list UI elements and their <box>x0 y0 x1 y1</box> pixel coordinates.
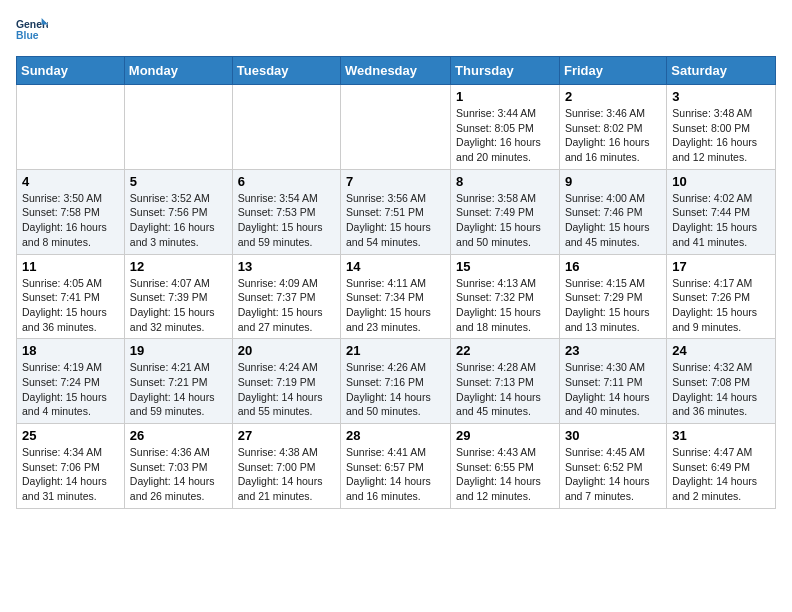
day-number: 9 <box>565 174 661 189</box>
calendar-cell: 13Sunrise: 4:09 AM Sunset: 7:37 PM Dayli… <box>232 254 340 339</box>
calendar-cell: 3Sunrise: 3:48 AM Sunset: 8:00 PM Daylig… <box>667 85 776 170</box>
day-info: Sunrise: 3:56 AM Sunset: 7:51 PM Dayligh… <box>346 191 445 250</box>
svg-text:Blue: Blue <box>16 30 39 41</box>
day-number: 5 <box>130 174 227 189</box>
day-info: Sunrise: 3:44 AM Sunset: 8:05 PM Dayligh… <box>456 106 554 165</box>
day-number: 4 <box>22 174 119 189</box>
day-number: 29 <box>456 428 554 443</box>
calendar-cell: 15Sunrise: 4:13 AM Sunset: 7:32 PM Dayli… <box>451 254 560 339</box>
calendar-cell: 16Sunrise: 4:15 AM Sunset: 7:29 PM Dayli… <box>559 254 666 339</box>
day-info: Sunrise: 4:24 AM Sunset: 7:19 PM Dayligh… <box>238 360 335 419</box>
calendar-cell: 19Sunrise: 4:21 AM Sunset: 7:21 PM Dayli… <box>124 339 232 424</box>
col-header-saturday: Saturday <box>667 57 776 85</box>
day-info: Sunrise: 3:48 AM Sunset: 8:00 PM Dayligh… <box>672 106 770 165</box>
day-number: 13 <box>238 259 335 274</box>
calendar-cell: 20Sunrise: 4:24 AM Sunset: 7:19 PM Dayli… <box>232 339 340 424</box>
day-number: 10 <box>672 174 770 189</box>
calendar-cell: 1Sunrise: 3:44 AM Sunset: 8:05 PM Daylig… <box>451 85 560 170</box>
day-info: Sunrise: 4:05 AM Sunset: 7:41 PM Dayligh… <box>22 276 119 335</box>
calendar-table: SundayMondayTuesdayWednesdayThursdayFrid… <box>16 56 776 509</box>
calendar-cell: 22Sunrise: 4:28 AM Sunset: 7:13 PM Dayli… <box>451 339 560 424</box>
day-info: Sunrise: 3:58 AM Sunset: 7:49 PM Dayligh… <box>456 191 554 250</box>
calendar-cell: 4Sunrise: 3:50 AM Sunset: 7:58 PM Daylig… <box>17 169 125 254</box>
day-info: Sunrise: 4:36 AM Sunset: 7:03 PM Dayligh… <box>130 445 227 504</box>
day-number: 3 <box>672 89 770 104</box>
calendar-cell <box>232 85 340 170</box>
day-number: 31 <box>672 428 770 443</box>
day-info: Sunrise: 4:19 AM Sunset: 7:24 PM Dayligh… <box>22 360 119 419</box>
day-info: Sunrise: 4:43 AM Sunset: 6:55 PM Dayligh… <box>456 445 554 504</box>
calendar-cell: 2Sunrise: 3:46 AM Sunset: 8:02 PM Daylig… <box>559 85 666 170</box>
calendar-cell: 17Sunrise: 4:17 AM Sunset: 7:26 PM Dayli… <box>667 254 776 339</box>
calendar-cell: 27Sunrise: 4:38 AM Sunset: 7:00 PM Dayli… <box>232 424 340 509</box>
day-info: Sunrise: 4:11 AM Sunset: 7:34 PM Dayligh… <box>346 276 445 335</box>
day-number: 26 <box>130 428 227 443</box>
calendar-cell <box>17 85 125 170</box>
calendar-cell: 14Sunrise: 4:11 AM Sunset: 7:34 PM Dayli… <box>341 254 451 339</box>
day-number: 22 <box>456 343 554 358</box>
day-info: Sunrise: 4:26 AM Sunset: 7:16 PM Dayligh… <box>346 360 445 419</box>
header: General Blue <box>16 16 776 44</box>
day-info: Sunrise: 4:30 AM Sunset: 7:11 PM Dayligh… <box>565 360 661 419</box>
day-number: 20 <box>238 343 335 358</box>
day-number: 8 <box>456 174 554 189</box>
day-info: Sunrise: 4:38 AM Sunset: 7:00 PM Dayligh… <box>238 445 335 504</box>
day-info: Sunrise: 4:17 AM Sunset: 7:26 PM Dayligh… <box>672 276 770 335</box>
day-info: Sunrise: 4:41 AM Sunset: 6:57 PM Dayligh… <box>346 445 445 504</box>
day-info: Sunrise: 4:00 AM Sunset: 7:46 PM Dayligh… <box>565 191 661 250</box>
calendar-cell: 12Sunrise: 4:07 AM Sunset: 7:39 PM Dayli… <box>124 254 232 339</box>
calendar-cell: 31Sunrise: 4:47 AM Sunset: 6:49 PM Dayli… <box>667 424 776 509</box>
calendar-cell: 24Sunrise: 4:32 AM Sunset: 7:08 PM Dayli… <box>667 339 776 424</box>
calendar-cell: 11Sunrise: 4:05 AM Sunset: 7:41 PM Dayli… <box>17 254 125 339</box>
day-info: Sunrise: 4:09 AM Sunset: 7:37 PM Dayligh… <box>238 276 335 335</box>
day-number: 25 <box>22 428 119 443</box>
calendar-cell <box>341 85 451 170</box>
day-number: 28 <box>346 428 445 443</box>
calendar-cell <box>124 85 232 170</box>
day-info: Sunrise: 4:28 AM Sunset: 7:13 PM Dayligh… <box>456 360 554 419</box>
day-number: 14 <box>346 259 445 274</box>
day-number: 15 <box>456 259 554 274</box>
col-header-thursday: Thursday <box>451 57 560 85</box>
calendar-cell: 23Sunrise: 4:30 AM Sunset: 7:11 PM Dayli… <box>559 339 666 424</box>
day-info: Sunrise: 4:21 AM Sunset: 7:21 PM Dayligh… <box>130 360 227 419</box>
calendar-cell: 5Sunrise: 3:52 AM Sunset: 7:56 PM Daylig… <box>124 169 232 254</box>
calendar-cell: 30Sunrise: 4:45 AM Sunset: 6:52 PM Dayli… <box>559 424 666 509</box>
calendar-cell: 9Sunrise: 4:00 AM Sunset: 7:46 PM Daylig… <box>559 169 666 254</box>
day-info: Sunrise: 4:45 AM Sunset: 6:52 PM Dayligh… <box>565 445 661 504</box>
day-number: 1 <box>456 89 554 104</box>
calendar-cell: 7Sunrise: 3:56 AM Sunset: 7:51 PM Daylig… <box>341 169 451 254</box>
day-number: 21 <box>346 343 445 358</box>
day-number: 27 <box>238 428 335 443</box>
day-number: 18 <box>22 343 119 358</box>
day-number: 24 <box>672 343 770 358</box>
col-header-tuesday: Tuesday <box>232 57 340 85</box>
col-header-friday: Friday <box>559 57 666 85</box>
day-number: 17 <box>672 259 770 274</box>
day-number: 16 <box>565 259 661 274</box>
day-info: Sunrise: 4:15 AM Sunset: 7:29 PM Dayligh… <box>565 276 661 335</box>
day-info: Sunrise: 4:02 AM Sunset: 7:44 PM Dayligh… <box>672 191 770 250</box>
calendar-cell: 6Sunrise: 3:54 AM Sunset: 7:53 PM Daylig… <box>232 169 340 254</box>
calendar-cell: 21Sunrise: 4:26 AM Sunset: 7:16 PM Dayli… <box>341 339 451 424</box>
day-number: 30 <box>565 428 661 443</box>
col-header-monday: Monday <box>124 57 232 85</box>
calendar-cell: 18Sunrise: 4:19 AM Sunset: 7:24 PM Dayli… <box>17 339 125 424</box>
day-info: Sunrise: 4:07 AM Sunset: 7:39 PM Dayligh… <box>130 276 227 335</box>
day-info: Sunrise: 3:50 AM Sunset: 7:58 PM Dayligh… <box>22 191 119 250</box>
day-number: 7 <box>346 174 445 189</box>
day-info: Sunrise: 3:52 AM Sunset: 7:56 PM Dayligh… <box>130 191 227 250</box>
day-number: 2 <box>565 89 661 104</box>
day-number: 19 <box>130 343 227 358</box>
calendar-cell: 8Sunrise: 3:58 AM Sunset: 7:49 PM Daylig… <box>451 169 560 254</box>
calendar-cell: 26Sunrise: 4:36 AM Sunset: 7:03 PM Dayli… <box>124 424 232 509</box>
day-info: Sunrise: 3:54 AM Sunset: 7:53 PM Dayligh… <box>238 191 335 250</box>
col-header-sunday: Sunday <box>17 57 125 85</box>
logo: General Blue <box>16 16 48 44</box>
day-info: Sunrise: 4:32 AM Sunset: 7:08 PM Dayligh… <box>672 360 770 419</box>
day-info: Sunrise: 4:47 AM Sunset: 6:49 PM Dayligh… <box>672 445 770 504</box>
calendar-cell: 10Sunrise: 4:02 AM Sunset: 7:44 PM Dayli… <box>667 169 776 254</box>
day-info: Sunrise: 3:46 AM Sunset: 8:02 PM Dayligh… <box>565 106 661 165</box>
day-number: 12 <box>130 259 227 274</box>
calendar-cell: 25Sunrise: 4:34 AM Sunset: 7:06 PM Dayli… <box>17 424 125 509</box>
